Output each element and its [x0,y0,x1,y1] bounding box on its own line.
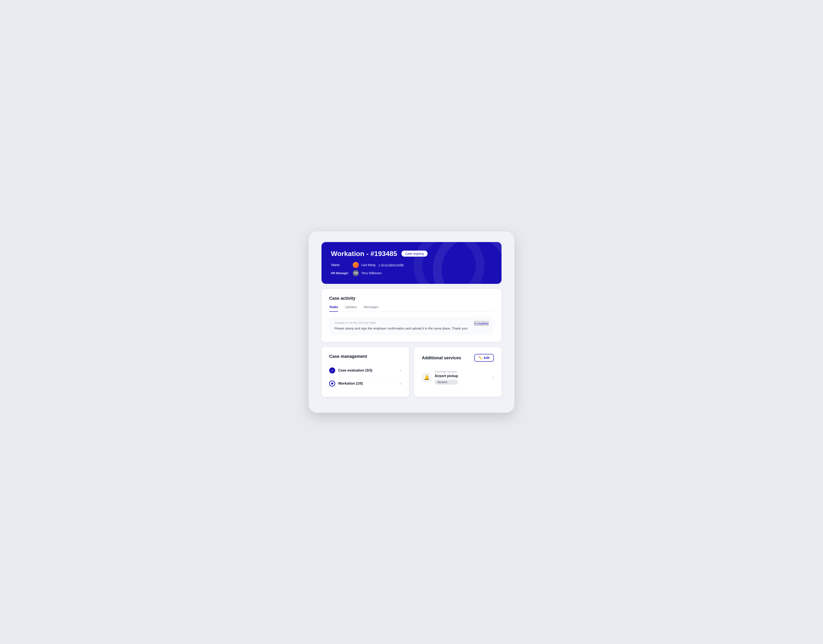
hr-label: HR Manager [331,271,350,275]
service-chevron-right-icon: › [492,375,494,380]
management-item-left: ✓ Case evaluation (3/3) [329,368,372,373]
edit-button[interactable]: ✏️ Edit [474,354,494,362]
external-link-icon: ↗ [378,264,380,267]
talent-avatar [353,262,359,268]
hr-row: HR Manager TW Terry Wilkinson [331,270,492,276]
tabs-container: Tasks Updates Messages [329,305,494,312]
management-item-workation[interactable]: Workation (1/5) › [329,377,401,390]
tab-tasks[interactable]: Tasks [329,305,338,312]
header-top: Workation - #193485 Case ongoing [331,250,492,258]
talent-label: Talent [331,263,350,267]
service-info: Concierge Services Airport pickup Booked [435,370,458,385]
outer-container: Workation - #193485 Case ongoing Talent … [309,231,514,413]
task-text: Please stamp and sign the employer confi… [334,326,489,331]
case-activity-card: Case activity Tasks Updates Messages Cre… [322,289,501,342]
service-category: Concierge Services [435,370,458,373]
chevron-right-icon-2: › [400,381,401,386]
hr-avatar: TW [353,270,359,276]
chevron-right-icon: › [400,368,401,373]
additional-services-card: Additional services ✏️ Edit 🔔 Concierge … [414,347,501,397]
case-activity-title: Case activity [329,296,494,301]
talent-profile-link[interactable]: ↗ Go to talent profile [378,263,404,267]
task-meta: Created on 14 Mar 2024 by Halat [334,321,489,324]
additional-services-header: Additional services ✏️ Edit [422,354,494,362]
case-management-title: Case management [329,354,401,359]
talent-name: Lisa Wang [361,263,375,267]
service-item-airport-pickup[interactable]: 🔔 Concierge Services Airport pickup Book… [422,367,494,388]
status-badge: Case ongoing [402,251,428,257]
tab-messages[interactable]: Messages [364,305,378,312]
management-item-label-2: Workation (1/5) [338,382,363,385]
additional-services-title: Additional services [422,356,461,360]
edit-icon: ✏️ [478,356,482,360]
service-left: 🔔 Concierge Services Airport pickup Book… [422,370,458,385]
bottom-grid: Case management ✓ Case evaluation (3/3) … [322,347,501,402]
header-card: Workation - #193485 Case ongoing Talent … [322,242,501,284]
booked-badge: Booked [435,380,458,385]
tab-updates[interactable]: Updates [345,305,357,312]
task-item: Created on 14 Mar 2024 by Halat Please s… [329,317,494,335]
service-name: Airport pickup [435,374,458,378]
header-info: Talent Lisa Wang ↗ Go to talent profile … [331,262,492,276]
management-item-evaluation[interactable]: ✓ Case evaluation (3/3) › [329,364,401,377]
complete-button[interactable]: Complete [474,321,489,326]
management-item-label: Case evaluation (3/3) [338,368,372,373]
talent-row: Talent Lisa Wang ↗ Go to talent profile [331,262,492,268]
service-icon: 🔔 [422,373,431,382]
radio-icon [329,380,335,386]
page-title: Workation - #193485 [331,250,397,258]
hr-name: Terry Wilkinson [361,271,382,275]
check-icon: ✓ [329,368,335,373]
case-management-card: Case management ✓ Case evaluation (3/3) … [322,347,409,397]
management-item-left-2: Workation (1/5) [329,380,363,386]
management-items: ✓ Case evaluation (3/3) › Workation (1/5… [329,364,401,390]
radio-dot [331,382,333,385]
